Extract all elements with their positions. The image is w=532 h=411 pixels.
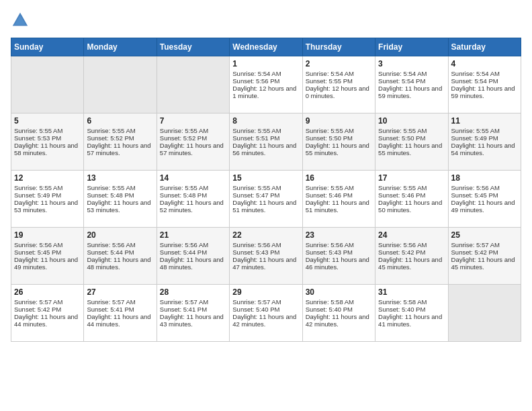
day-number: 27 bbox=[87, 287, 153, 297]
cell-info: Sunrise: 5:55 AM bbox=[451, 127, 518, 134]
cell-info: Daylight: 11 hours and 45 minutes. bbox=[451, 256, 518, 271]
column-header-saturday: Saturday bbox=[448, 38, 521, 56]
cell-info: Sunrise: 5:55 AM bbox=[87, 184, 153, 191]
column-header-tuesday: Tuesday bbox=[157, 38, 229, 56]
page-header bbox=[11, 11, 521, 30]
cell-info: Daylight: 11 hours and 42 minutes. bbox=[306, 313, 372, 328]
calendar-cell: 20Sunrise: 5:56 AMSunset: 5:44 PMDayligh… bbox=[84, 228, 157, 285]
calendar-cell bbox=[157, 56, 229, 113]
cell-info: Sunset: 5:47 PM bbox=[232, 191, 299, 199]
cell-info: Daylight: 11 hours and 47 minutes. bbox=[232, 256, 299, 271]
cell-info: Sunset: 5:52 PM bbox=[160, 134, 226, 142]
cell-info: Daylight: 11 hours and 43 minutes. bbox=[160, 313, 226, 328]
calendar-cell: 5Sunrise: 5:55 AMSunset: 5:53 PMDaylight… bbox=[11, 113, 84, 171]
day-number: 17 bbox=[378, 173, 445, 183]
cell-info: Sunset: 5:45 PM bbox=[451, 191, 518, 199]
column-header-wednesday: Wednesday bbox=[230, 38, 302, 56]
cell-info: Sunrise: 5:56 AM bbox=[451, 184, 518, 191]
day-number: 30 bbox=[306, 287, 372, 297]
column-header-friday: Friday bbox=[375, 38, 448, 56]
day-number: 15 bbox=[232, 173, 299, 183]
day-number: 29 bbox=[232, 287, 299, 297]
cell-info: Sunrise: 5:56 AM bbox=[160, 241, 226, 248]
cell-info: Sunrise: 5:56 AM bbox=[232, 241, 299, 248]
calendar-cell: 17Sunrise: 5:55 AMSunset: 5:46 PMDayligh… bbox=[375, 171, 448, 228]
cell-info: Daylight: 11 hours and 45 minutes. bbox=[378, 256, 445, 271]
cell-info: Daylight: 12 hours and 0 minutes. bbox=[306, 85, 372, 99]
calendar-cell: 3Sunrise: 5:54 AMSunset: 5:54 PMDaylight… bbox=[375, 56, 448, 113]
calendar-cell: 2Sunrise: 5:54 AMSunset: 5:55 PMDaylight… bbox=[302, 56, 375, 113]
cell-info: Sunrise: 5:57 AM bbox=[87, 298, 153, 306]
cell-info: Sunrise: 5:55 AM bbox=[378, 127, 445, 134]
calendar-cell: 30Sunrise: 5:58 AMSunset: 5:40 PMDayligh… bbox=[302, 285, 375, 342]
cell-info: Sunrise: 5:58 AM bbox=[306, 298, 372, 306]
cell-info: Daylight: 11 hours and 57 minutes. bbox=[160, 142, 226, 156]
column-header-thursday: Thursday bbox=[302, 38, 375, 56]
week-row-4: 19Sunrise: 5:56 AMSunset: 5:45 PMDayligh… bbox=[11, 228, 521, 285]
cell-info: Sunset: 5:56 PM bbox=[232, 77, 299, 85]
logo-icon bbox=[11, 11, 30, 30]
calendar-cell: 6Sunrise: 5:55 AMSunset: 5:52 PMDaylight… bbox=[84, 113, 157, 171]
cell-info: Daylight: 12 hours and 1 minute. bbox=[232, 85, 299, 99]
cell-info: Sunrise: 5:54 AM bbox=[451, 70, 518, 77]
cell-info: Sunset: 5:46 PM bbox=[306, 191, 372, 199]
cell-info: Sunset: 5:50 PM bbox=[306, 134, 372, 142]
cell-info: Sunset: 5:42 PM bbox=[451, 248, 518, 256]
calendar-cell: 1Sunrise: 5:54 AMSunset: 5:56 PMDaylight… bbox=[230, 56, 302, 113]
cell-info: Daylight: 11 hours and 51 minutes. bbox=[306, 199, 372, 214]
day-number: 18 bbox=[451, 173, 518, 183]
cell-info: Sunrise: 5:54 AM bbox=[378, 70, 445, 77]
calendar-cell: 29Sunrise: 5:57 AMSunset: 5:40 PMDayligh… bbox=[230, 285, 302, 342]
cell-info: Sunset: 5:44 PM bbox=[87, 248, 153, 256]
cell-info: Daylight: 11 hours and 49 minutes. bbox=[14, 256, 81, 271]
day-number: 13 bbox=[87, 173, 153, 183]
cell-info: Daylight: 11 hours and 48 minutes. bbox=[160, 256, 226, 271]
day-number: 1 bbox=[232, 59, 299, 68]
day-number: 12 bbox=[14, 173, 81, 183]
cell-info: Daylight: 11 hours and 55 minutes. bbox=[378, 142, 445, 156]
cell-info: Sunrise: 5:55 AM bbox=[160, 184, 226, 191]
cell-info: Sunset: 5:43 PM bbox=[232, 248, 299, 256]
calendar-cell bbox=[448, 285, 521, 342]
calendar-cell: 12Sunrise: 5:55 AMSunset: 5:49 PMDayligh… bbox=[11, 171, 84, 228]
calendar-cell: 16Sunrise: 5:55 AMSunset: 5:46 PMDayligh… bbox=[302, 171, 375, 228]
day-number: 10 bbox=[378, 116, 445, 126]
day-number: 21 bbox=[160, 230, 226, 240]
cell-info: Daylight: 11 hours and 53 minutes. bbox=[14, 199, 81, 214]
cell-info: Sunrise: 5:55 AM bbox=[232, 127, 299, 134]
calendar-cell: 13Sunrise: 5:55 AMSunset: 5:48 PMDayligh… bbox=[84, 171, 157, 228]
cell-info: Sunrise: 5:57 AM bbox=[160, 298, 226, 306]
calendar-cell: 4Sunrise: 5:54 AMSunset: 5:54 PMDaylight… bbox=[448, 56, 521, 113]
calendar-cell: 26Sunrise: 5:57 AMSunset: 5:42 PMDayligh… bbox=[11, 285, 84, 342]
cell-info: Sunset: 5:44 PM bbox=[160, 248, 226, 256]
day-number: 20 bbox=[87, 230, 153, 240]
day-number: 19 bbox=[14, 230, 81, 240]
cell-info: Sunset: 5:41 PM bbox=[160, 306, 226, 313]
cell-info: Sunrise: 5:55 AM bbox=[306, 127, 372, 134]
calendar-cell: 11Sunrise: 5:55 AMSunset: 5:49 PMDayligh… bbox=[448, 113, 521, 171]
day-number: 5 bbox=[14, 116, 81, 126]
cell-info: Sunrise: 5:55 AM bbox=[14, 127, 81, 134]
cell-info: Sunrise: 5:57 AM bbox=[451, 241, 518, 248]
cell-info: Sunset: 5:46 PM bbox=[378, 191, 445, 199]
cell-info: Sunrise: 5:56 AM bbox=[378, 241, 445, 248]
cell-info: Sunrise: 5:54 AM bbox=[306, 70, 372, 77]
calendar-cell: 21Sunrise: 5:56 AMSunset: 5:44 PMDayligh… bbox=[157, 228, 229, 285]
cell-info: Sunrise: 5:56 AM bbox=[87, 241, 153, 248]
calendar-cell: 10Sunrise: 5:55 AMSunset: 5:50 PMDayligh… bbox=[375, 113, 448, 171]
day-number: 25 bbox=[451, 230, 518, 240]
cell-info: Daylight: 11 hours and 41 minutes. bbox=[378, 313, 445, 328]
cell-info: Sunset: 5:50 PM bbox=[378, 134, 445, 142]
day-number: 3 bbox=[378, 59, 445, 68]
cell-info: Sunrise: 5:56 AM bbox=[14, 241, 81, 248]
cell-info: Sunset: 5:55 PM bbox=[306, 77, 372, 85]
day-number: 23 bbox=[306, 230, 372, 240]
day-number: 11 bbox=[451, 116, 518, 126]
day-number: 2 bbox=[306, 59, 372, 68]
cell-info: Daylight: 11 hours and 54 minutes. bbox=[451, 142, 518, 156]
calendar-cell: 22Sunrise: 5:56 AMSunset: 5:43 PMDayligh… bbox=[230, 228, 302, 285]
cell-info: Sunrise: 5:54 AM bbox=[232, 70, 299, 77]
cell-info: Daylight: 11 hours and 51 minutes. bbox=[232, 199, 299, 214]
cell-info: Sunrise: 5:55 AM bbox=[87, 127, 153, 134]
cell-info: Sunset: 5:40 PM bbox=[232, 306, 299, 313]
